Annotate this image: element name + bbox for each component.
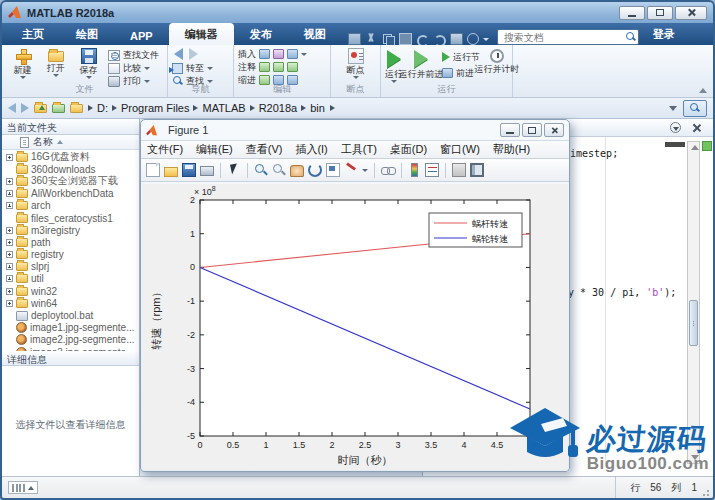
back-icon[interactable] <box>174 48 183 60</box>
details-header[interactable]: 详细信息 <box>2 351 139 366</box>
hide-plot-tools-icon[interactable] <box>452 163 466 177</box>
forward-icon[interactable] <box>189 48 198 60</box>
expand-icon[interactable] <box>6 227 13 234</box>
breadcrumb-item[interactable]: R2018a <box>259 102 298 114</box>
run-section-button[interactable]: 运行节 <box>442 51 480 63</box>
expand-icon[interactable] <box>6 275 13 282</box>
file-row[interactable]: image2.jpg-segmente... <box>2 334 139 346</box>
new-figure-icon[interactable] <box>146 163 160 177</box>
breadcrumb-item[interactable]: D: <box>97 102 108 114</box>
ribbon-tab[interactable]: APP <box>114 26 169 45</box>
edit-plot-icon[interactable] <box>227 163 241 177</box>
expand-icon[interactable] <box>6 288 13 295</box>
scroll-up-icon[interactable] <box>691 145 699 150</box>
figure-menu-item[interactable]: 查看(V) <box>246 142 283 157</box>
figure-menu-item[interactable]: 窗口(W) <box>440 142 480 157</box>
wrap-comment-icon[interactable] <box>287 62 298 72</box>
run-time-button[interactable]: 运行并计时 <box>480 47 514 74</box>
breadcrumb-item[interactable]: MATLAB <box>202 102 245 114</box>
qat-print-icon[interactable] <box>450 33 463 45</box>
file-row[interactable]: win64 <box>2 297 139 309</box>
file-row[interactable]: 16G优盘资料 <box>2 151 139 163</box>
nav-forward-icon[interactable] <box>21 103 29 113</box>
file-row[interactable]: arch <box>2 200 139 212</box>
expand-icon[interactable] <box>6 202 13 209</box>
breakpoints-button[interactable]: 断点 <box>339 47 372 79</box>
compare-button[interactable]: 比较 <box>108 62 159 74</box>
file-row[interactable]: 360安全浏览器下载 <box>2 175 139 187</box>
qat-redo-icon[interactable] <box>433 33 446 45</box>
insert-legend-icon[interactable] <box>425 163 439 177</box>
close-button[interactable] <box>675 6 707 20</box>
ribbon-tab[interactable]: 主页 <box>6 23 60 45</box>
figure-menu-item[interactable]: 插入(I) <box>295 142 327 157</box>
insert-function-icon[interactable] <box>273 49 284 59</box>
qat-cut-icon[interactable] <box>365 33 378 45</box>
folder-up-icon[interactable] <box>34 104 47 113</box>
maximize-button[interactable] <box>647 6 673 20</box>
qat-overflow-caret-icon[interactable] <box>483 38 489 41</box>
qat-save-icon[interactable] <box>348 33 361 45</box>
expand-icon[interactable] <box>6 154 13 161</box>
ribbon-tab[interactable]: 编辑器 <box>169 23 234 45</box>
figure-close-button[interactable] <box>544 123 564 137</box>
ribbon-tab[interactable]: 视图 <box>288 23 342 45</box>
goto-button[interactable]: 转至 <box>172 62 213 74</box>
file-row[interactable]: image3.jpg-segmente... <box>2 346 139 351</box>
ribbon-tab[interactable]: 发布 <box>234 23 288 45</box>
pan-icon[interactable] <box>290 165 304 177</box>
search-icon[interactable] <box>626 32 636 42</box>
brush-icon[interactable] <box>344 163 358 177</box>
doc-search-input[interactable] <box>502 31 626 44</box>
file-row[interactable]: AliWorkbenchData <box>2 188 139 200</box>
expand-icon[interactable] <box>6 178 13 185</box>
brush-caret-icon[interactable] <box>362 169 368 172</box>
breadcrumb-item[interactable]: Program Files <box>121 102 189 114</box>
figure-menu-item[interactable]: 桌面(D) <box>390 142 427 157</box>
qat-help-icon[interactable] <box>467 33 479 45</box>
qat-copy-icon[interactable] <box>382 33 395 45</box>
comment-button[interactable]: 注释 <box>238 61 298 73</box>
ribbon-collapse-icon[interactable] <box>699 88 707 93</box>
name-column-header[interactable]: 名称 <box>2 135 139 150</box>
address-search-button[interactable] <box>683 100 707 117</box>
save-figure-icon[interactable] <box>182 163 196 177</box>
figure-menu-item[interactable]: 帮助(H) <box>493 142 530 157</box>
insert-button[interactable]: 插入 <box>238 48 307 60</box>
expand-icon[interactable] <box>6 190 13 197</box>
nav-back-icon[interactable] <box>8 103 16 113</box>
expand-icon[interactable] <box>6 300 13 307</box>
comment-icon[interactable] <box>259 62 270 72</box>
status-widget-button[interactable] <box>8 481 38 494</box>
file-row[interactable]: files_ceratocystis1 <box>2 212 139 224</box>
ribbon-tab[interactable]: 绘图 <box>60 23 114 45</box>
file-row[interactable]: image1.jpg-segmente... <box>2 322 139 334</box>
insert-section-icon[interactable] <box>259 49 270 59</box>
print-figure-icon[interactable] <box>200 166 214 176</box>
qat-undo-icon[interactable] <box>416 33 429 45</box>
figure-menu-item[interactable]: 文件(F) <box>147 142 183 157</box>
file-row[interactable]: win32 <box>2 285 139 297</box>
expand-icon[interactable] <box>6 263 13 270</box>
new-button[interactable]: 新建 <box>6 47 39 79</box>
file-row[interactable]: m3iregistry <box>2 224 139 236</box>
file-row[interactable]: util <box>2 273 139 285</box>
file-row[interactable]: slprj <box>2 261 139 273</box>
open-button[interactable]: 打开 <box>39 47 72 77</box>
zoom-out-icon[interactable] <box>272 163 286 177</box>
find-files-button[interactable]: 查找文件 <box>108 49 159 61</box>
login-button[interactable]: 登录 <box>647 24 681 45</box>
figure-maximize-button[interactable] <box>522 123 542 137</box>
address-dropdown-icon[interactable] <box>669 106 677 111</box>
file-row[interactable]: path <box>2 236 139 248</box>
figure-menu-item[interactable]: 编辑(E) <box>196 142 233 157</box>
uncomment-icon[interactable] <box>273 62 284 72</box>
run-advance-button[interactable]: 运行并前进 <box>403 47 439 79</box>
link-plot-icon[interactable] <box>381 163 395 177</box>
save-button[interactable]: 保存 <box>72 47 105 79</box>
panel-menu-icon[interactable] <box>670 122 681 133</box>
panel-close-icon[interactable] <box>692 123 701 132</box>
expand-icon[interactable] <box>6 239 13 246</box>
open-file-icon[interactable] <box>164 167 178 177</box>
file-row[interactable]: registry <box>2 249 139 261</box>
